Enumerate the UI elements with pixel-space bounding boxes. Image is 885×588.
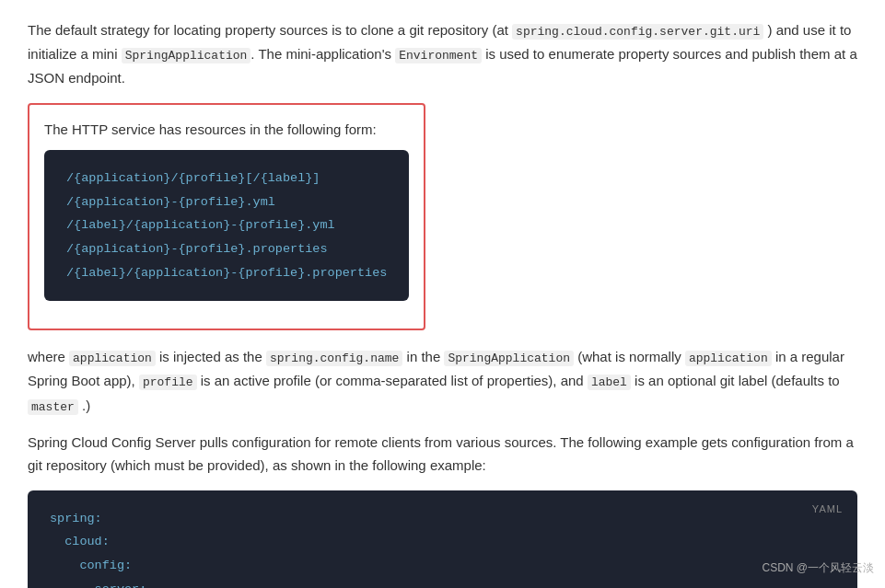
pulls-paragraph: Spring Cloud Config Server pulls configu… bbox=[28, 431, 857, 478]
intro-code-2: SpringApplication bbox=[122, 48, 251, 63]
highlight-box: The HTTP service has resources in the fo… bbox=[28, 103, 425, 331]
intro-code-1: spring.cloud.config.server.git.uri bbox=[512, 24, 763, 40]
where-code-6: label bbox=[588, 375, 631, 390]
where-paragraph: where application is injected as the spr… bbox=[28, 345, 857, 417]
where-text-2: is injected as the bbox=[156, 349, 266, 364]
yaml-label: YAML bbox=[812, 500, 843, 519]
code-path-1: /{application}/{profile}[/{label}] bbox=[66, 167, 387, 190]
where-text-6: is an active profile (or comma-separated… bbox=[197, 373, 588, 388]
where-text-1: where bbox=[28, 349, 69, 364]
code-paths-block: /{application}/{profile}[/{label}] /{app… bbox=[44, 150, 409, 301]
where-text-3: in the bbox=[402, 349, 444, 364]
highlight-label: The HTTP service has resources in the fo… bbox=[44, 118, 409, 142]
intro-text-1c: . The mini-application's bbox=[250, 46, 395, 62]
code-path-5: /{label}/{application}-{profile}.propert… bbox=[66, 261, 387, 285]
where-code-2: spring.config.name bbox=[266, 351, 402, 366]
where-code-5: profile bbox=[139, 375, 197, 390]
csdn-watermark: CSDN @一个风轻云淡 bbox=[762, 559, 874, 577]
where-code-3: SpringApplication bbox=[444, 351, 574, 366]
intro-paragraph: The default strategy for locating proper… bbox=[28, 18, 857, 90]
where-text-7: is an optional git label (defaults to bbox=[631, 373, 840, 388]
code-path-3: /{label}/{application}-{profile}.yml bbox=[66, 213, 387, 237]
code-path-4: /{application}-{profile}.properties bbox=[66, 237, 387, 261]
where-text-4: (what is normally bbox=[574, 349, 685, 364]
yaml-line-4: server: bbox=[50, 578, 835, 588]
code-path-2: /{application}-{profile}.yml bbox=[66, 190, 387, 214]
yaml-block: YAML spring: cloud: config: server: git:… bbox=[28, 490, 857, 588]
yaml-line-2: cloud: bbox=[50, 530, 835, 554]
where-code-7: master bbox=[28, 399, 78, 415]
intro-text-1: The default strategy for locating proper… bbox=[28, 22, 512, 38]
where-text-8: .) bbox=[78, 398, 90, 413]
yaml-line-1: spring: bbox=[50, 507, 835, 531]
yaml-line-3: config: bbox=[50, 554, 835, 578]
intro-code-3: Environment bbox=[395, 48, 482, 63]
where-code-4: application bbox=[685, 351, 772, 366]
where-code-1: application bbox=[69, 351, 156, 366]
